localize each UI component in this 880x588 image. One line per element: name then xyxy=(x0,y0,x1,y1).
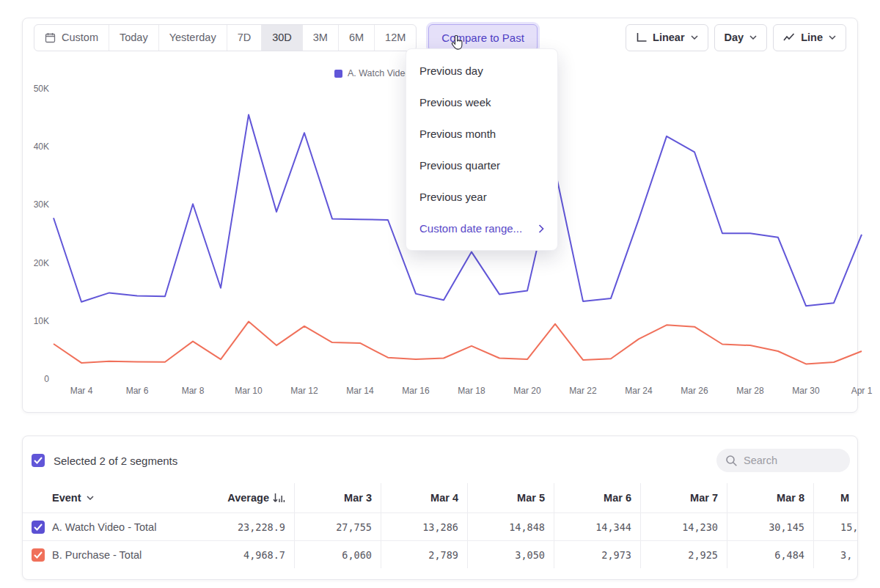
menu-item-previous-quarter[interactable]: Previous quarter xyxy=(406,150,557,181)
average-header-label: Average xyxy=(227,492,269,504)
sort-icon xyxy=(273,493,285,503)
chevron-down-icon xyxy=(749,35,757,40)
value-cell: 30,145 xyxy=(727,513,813,540)
table-row: B. Purchase - Total4,968.76,0602,7893,05… xyxy=(23,540,858,568)
range-label: Today xyxy=(120,32,148,43)
value-cell: 15, xyxy=(813,513,858,540)
value-cell: 14,848 xyxy=(467,513,554,540)
value-cell: 14,344 xyxy=(554,513,640,540)
column-header-m: M xyxy=(813,483,858,512)
range-button-7d[interactable]: 7D xyxy=(227,25,263,51)
table-header-row: EventAverageMar 3Mar 4Mar 5Mar 6Mar 7Mar… xyxy=(23,483,858,512)
menu-item-previous-month[interactable]: Previous month xyxy=(406,118,557,150)
range-label: 30D xyxy=(272,32,292,43)
row-checkbox[interactable] xyxy=(32,548,45,562)
value-cell: 3,050 xyxy=(467,541,554,568)
column-header-mar-3: Mar 3 xyxy=(294,483,381,512)
range-button-6m[interactable]: 6M xyxy=(339,25,375,51)
chart-legend: A. Watch Video xyxy=(334,68,410,78)
event-header-label: Event xyxy=(52,492,81,504)
range-label: Custom xyxy=(62,32,98,43)
value-cell: 6,484 xyxy=(727,541,813,568)
segments-header-row: Selected 2 of 2 segments xyxy=(32,448,850,473)
header-cell-empty xyxy=(23,483,52,512)
chart-controls: Linear Day Line xyxy=(626,24,846,51)
range-label: 12M xyxy=(385,32,406,43)
value-cell: 2,973 xyxy=(554,541,640,568)
value-cell: 2,789 xyxy=(381,541,467,568)
compare-to-past-button[interactable]: Compare to Past xyxy=(428,24,538,51)
menu-item-previous-year[interactable]: Previous year xyxy=(406,181,557,213)
table-row: A. Watch Video - Total23,228.927,75513,2… xyxy=(23,512,858,540)
search-input[interactable] xyxy=(744,455,841,466)
scale-dropdown[interactable]: Linear xyxy=(626,24,708,51)
range-label: Yesterday xyxy=(169,32,216,43)
column-header-mar-7: Mar 7 xyxy=(640,483,727,512)
row-checkbox[interactable] xyxy=(32,521,45,534)
chevron-down-icon xyxy=(691,35,698,40)
scale-label: Linear xyxy=(653,32,685,43)
range-button-custom[interactable]: Custom xyxy=(34,25,109,51)
range-label: 7D xyxy=(238,32,252,43)
column-header-mar-4: Mar 4 xyxy=(381,483,467,512)
event-name: A. Watch Video - Total xyxy=(52,513,221,540)
range-button-3m[interactable]: 3M xyxy=(303,25,339,51)
range-label: 6M xyxy=(349,32,364,43)
segments-table: EventAverageMar 3Mar 4Mar 5Mar 6Mar 7Mar… xyxy=(23,483,858,568)
compare-to-past-menu: Previous dayPrevious weekPrevious monthP… xyxy=(406,48,558,251)
column-header-average[interactable]: Average xyxy=(221,483,294,512)
selected-count-label: Selected 2 of 2 segments xyxy=(54,455,177,467)
date-range-group: CustomTodayYesterday7D30D3M6M12M xyxy=(34,24,417,51)
column-header-mar-8: Mar 8 xyxy=(727,483,813,512)
average-value: 4,968.7 xyxy=(221,541,294,568)
menu-item-previous-week[interactable]: Previous week xyxy=(406,87,557,118)
axis-icon xyxy=(636,32,647,43)
range-button-today[interactable]: Today xyxy=(109,25,159,51)
chevron-down-icon xyxy=(829,35,836,40)
menu-item-label: Custom date range... xyxy=(419,222,522,235)
value-cell: 6,060 xyxy=(294,541,381,568)
granularity-label: Day xyxy=(725,32,744,43)
value-cell: 14,230 xyxy=(640,513,727,540)
purchase-line xyxy=(54,322,862,364)
search-icon xyxy=(725,455,738,467)
chart-toolbar: CustomTodayYesterday7D30D3M6M12M Compare… xyxy=(34,23,846,51)
column-header-mar-6: Mar 6 xyxy=(554,483,640,512)
search-box xyxy=(716,449,850,472)
average-value: 23,228.9 xyxy=(221,513,294,540)
range-button-30d[interactable]: 30D xyxy=(262,25,303,51)
range-button-yesterday[interactable]: Yesterday xyxy=(159,25,227,51)
line-chart-icon xyxy=(783,33,795,42)
event-name: B. Purchase - Total xyxy=(52,541,221,568)
row-checkbox-cell xyxy=(23,541,52,568)
chevron-down-icon xyxy=(87,496,94,500)
analytics-page: CustomTodayYesterday7D30D3M6M12M Compare… xyxy=(0,0,880,588)
segments-card: Selected 2 of 2 segments EventAverageMar… xyxy=(22,436,858,580)
legend-swatch xyxy=(334,70,342,78)
value-cell: 27,755 xyxy=(294,513,381,540)
value-cell: 13,286 xyxy=(381,513,467,540)
legend-label: A. Watch Video xyxy=(348,68,410,78)
chart-type-label: Line xyxy=(801,32,823,43)
calendar-icon xyxy=(45,32,56,43)
column-header-event[interactable]: Event xyxy=(52,483,221,512)
range-button-12m[interactable]: 12M xyxy=(375,25,416,51)
menu-item-previous-day[interactable]: Previous day xyxy=(406,55,557,87)
menu-item-custom-date-range[interactable]: Custom date range... xyxy=(406,213,557,244)
value-cell: 2,925 xyxy=(640,541,727,568)
select-all-checkbox[interactable] xyxy=(32,454,45,467)
chart-type-dropdown[interactable]: Line xyxy=(773,24,846,51)
value-cell: 3, xyxy=(813,541,858,568)
chevron-right-icon xyxy=(538,224,544,233)
range-label: 3M xyxy=(313,32,328,43)
row-checkbox-cell xyxy=(23,513,52,540)
column-header-mar-5: Mar 5 xyxy=(467,483,554,512)
granularity-dropdown[interactable]: Day xyxy=(714,24,768,51)
